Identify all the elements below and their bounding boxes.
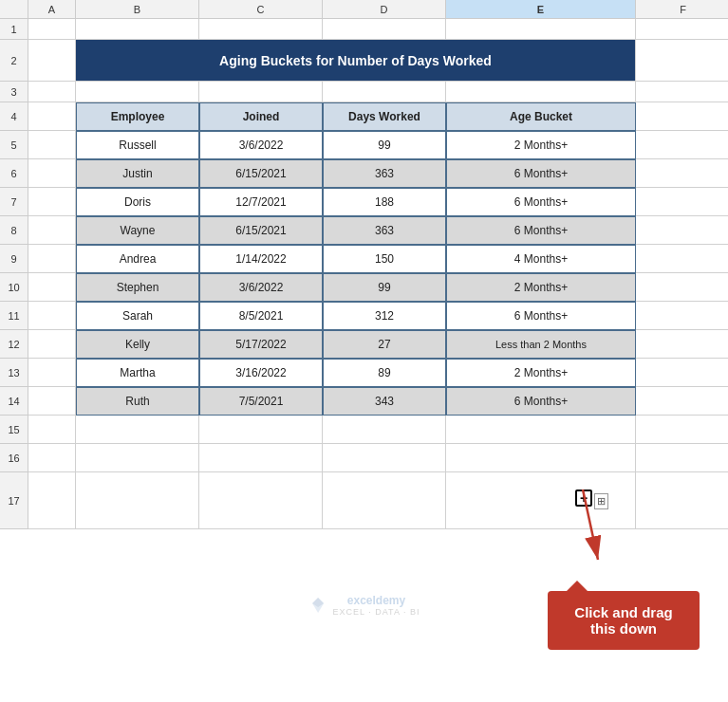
cell-a13 [28,359,76,387]
cell-joined-14: 7/5/2021 [199,387,323,416]
cell-a10 [28,273,76,302]
col-header-c: C [199,0,323,18]
cell-joined-12: 5/17/2022 [199,330,323,359]
cell-f7 [636,188,728,216]
row-headers: 1 2 3 4 5 6 7 8 9 10 11 12 13 14 15 16 1… [0,19,28,529]
row-7: 7 [0,188,28,216]
cell-b16 [76,444,199,472]
cell-f12 [636,330,728,359]
cell-a8 [28,216,76,245]
cell-employee-10: Stephen [76,273,199,302]
grid-row-9: Andrea 1/14/2022 150 4 Months+ [28,245,728,273]
cell-days-8: 363 [323,216,446,245]
spreadsheet: A B C D E F 1 2 3 4 5 6 7 8 9 10 11 12 1… [0,0,728,702]
cell-f16 [636,444,728,472]
cell-b1 [76,19,199,40]
cell-bucket-11: 6 Months+ [446,302,636,330]
row-2: 2 [0,40,28,82]
cell-bucket-10: 2 Months+ [446,273,636,302]
cell-days-14: 343 [323,387,446,416]
cell-employee-7: Doris [76,188,199,216]
grid-row-6: Justin 6/15/2021 363 6 Months+ [28,159,728,188]
cell-joined-6: 6/15/2021 [199,159,323,188]
cell-days-11: 312 [323,302,446,330]
column-headers: A B C D E F [0,0,728,19]
spreadsheet-title: Aging Buckets for Number of Days Worked [76,40,636,82]
cell-bucket-5: 2 Months+ [446,131,636,159]
cell-a6 [28,159,76,188]
grid-row-1 [28,19,728,40]
grid-row-8: Wayne 6/15/2021 363 6 Months+ [28,216,728,245]
cell-f4 [636,102,728,131]
grid-row-12: Kelly 5/17/2022 27 Less than 2 Months [28,330,728,359]
col-header-e: E [446,0,636,18]
cell-c3 [199,82,323,102]
cell-f10 [636,273,728,302]
cell-f1 [636,19,728,40]
cell-a5 [28,131,76,159]
cell-employee-9: Andrea [76,245,199,273]
row-15: 15 [0,416,28,444]
row-8: 8 [0,216,28,245]
cell-a15 [28,416,76,444]
grid-row-14: Ruth 7/5/2021 343 6 Months+ [28,387,728,416]
cell-bucket-8: 6 Months+ [446,216,636,245]
cell-f3 [636,82,728,102]
cell-b3 [76,82,199,102]
cell-d1 [323,19,446,40]
cell-c16 [199,444,323,472]
cell-d15 [323,416,446,444]
cell-c15 [199,416,323,444]
cell-f2 [636,40,728,82]
cell-days-10: 99 [323,273,446,302]
brand-name: exceldemy [333,594,420,607]
row-17: 17 [0,472,28,529]
grid-row-13: Martha 3/16/2022 89 2 Months+ [28,359,728,387]
cell-bucket-7: 6 Months+ [446,188,636,216]
row-4: 4 [0,102,28,131]
cell-a16 [28,444,76,472]
cell-f13 [636,359,728,387]
cell-a9 [28,245,76,273]
header-age-bucket: Age Bucket [446,102,636,131]
watermark: exceldemy EXCEL · DATA · BI [308,594,420,617]
grid-row-11: Sarah 8/5/2021 312 6 Months+ [28,302,728,330]
cell-days-6: 363 [323,159,446,188]
cell-employee-11: Sarah [76,302,199,330]
cell-b17 [76,472,199,529]
cell-f14 [636,387,728,416]
cell-joined-9: 1/14/2022 [199,245,323,273]
col-header-b: B [76,0,199,18]
cell-c1 [199,19,323,40]
cell-days-9: 150 [323,245,446,273]
cell-joined-11: 8/5/2021 [199,302,323,330]
cell-d3 [323,82,446,102]
grid-row-10: Stephen 3/6/2022 99 2 Months+ [28,273,728,302]
callout-box: Click and drag this down [548,591,700,650]
cell-joined-5: 3/6/2022 [199,131,323,159]
cell-b15 [76,416,199,444]
grid-row-7: Doris 12/7/2021 188 6 Months+ [28,188,728,216]
cell-e1 [446,19,636,40]
fill-handle-icon[interactable]: + [575,490,592,507]
cell-a1 [28,19,76,40]
grid-row-2: Aging Buckets for Number of Days Worked [28,40,728,82]
cell-joined-10: 3/6/2022 [199,273,323,302]
brand-subtitle: EXCEL · DATA · BI [333,607,420,617]
cell-e3 [446,82,636,102]
cell-bucket-14: 6 Months+ [446,387,636,416]
cell-days-5: 99 [323,131,446,159]
cell-joined-13: 3/16/2022 [199,359,323,387]
row-11: 11 [0,302,28,330]
cell-f15 [636,416,728,444]
cell-bucket-12: Less than 2 Months [446,330,636,359]
cell-employee-12: Kelly [76,330,199,359]
grid-content: Aging Buckets for Number of Days Worked … [28,19,728,529]
row-16: 16 [0,444,28,472]
auto-fill-options-icon[interactable]: ⊞ [594,493,608,509]
row-5: 5 [0,131,28,159]
cell-a17 [28,472,76,529]
grid-row-15 [28,416,728,444]
grid-row-16 [28,444,728,472]
cell-a3 [28,82,76,102]
